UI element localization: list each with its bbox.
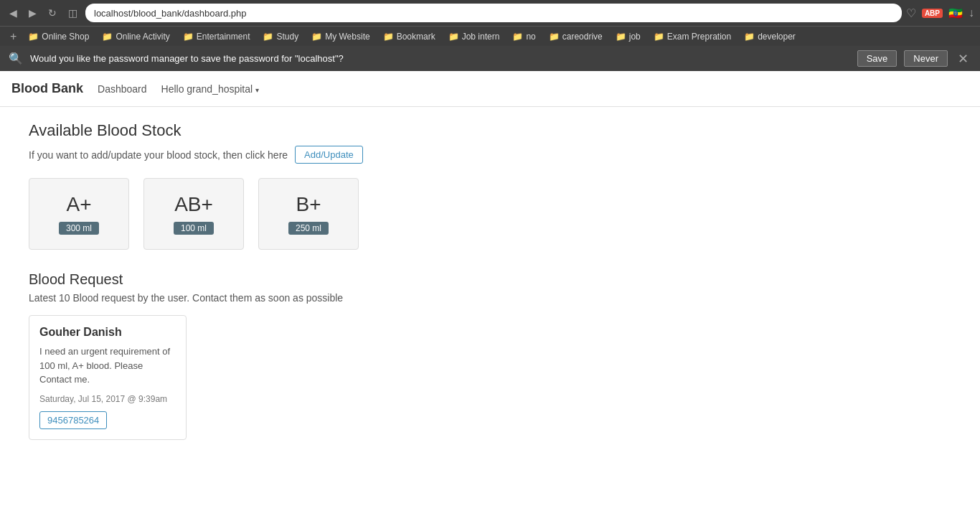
blood-card-aplus: A+ 300 ml: [29, 178, 129, 250]
bookmarks-bar: + 📁 Online Shop 📁 Online Activity 📁 Ente…: [0, 26, 980, 46]
bookmark-label: careodrive: [562, 32, 603, 42]
request-cards: Gouher Danish I need an urgent requireme…: [29, 315, 617, 440]
bookmark-study[interactable]: 📁 Study: [257, 30, 304, 43]
folder-icon: 📁: [616, 32, 626, 42]
folder-icon: 📁: [263, 32, 273, 42]
save-password-button[interactable]: Save: [857, 50, 897, 67]
password-bar: 🔍 Would you like the password manager to…: [0, 46, 980, 71]
blood-amount-label: 250 ml: [288, 222, 329, 235]
abp-badge: ABP: [922, 9, 943, 18]
forward-button[interactable]: ▶: [25, 6, 40, 20]
blood-card-abplus: AB+ 100 ml: [143, 178, 244, 250]
blood-type-label: A+: [66, 193, 91, 216]
bookmark-label: Entertainment: [197, 32, 250, 42]
bookmark-label: developer: [758, 32, 796, 42]
folder-icon: 📁: [183, 32, 194, 42]
folder-icon: 📁: [311, 32, 322, 42]
password-bar-text: Would you like the password manager to s…: [30, 53, 850, 64]
flag-icon: 🇪🇹: [948, 6, 963, 20]
requester-name: Gouher Danish: [39, 326, 176, 339]
blood-type-label: AB+: [174, 193, 213, 216]
download-icon: ↓: [969, 6, 974, 19]
close-password-bar-button[interactable]: ✕: [955, 51, 971, 67]
request-card: Gouher Danish I need an urgent requireme…: [29, 315, 187, 440]
bookmark-label: Exam Prepration: [667, 32, 731, 42]
blood-type-label: B+: [296, 193, 321, 216]
blood-amount-label: 100 ml: [174, 222, 214, 235]
navbar-dashboard-link[interactable]: Dashboard: [98, 83, 147, 95]
blood-amount-label: 300 ml: [59, 222, 99, 235]
blood-request-title: Blood Request: [29, 271, 617, 288]
blood-request-desc: Latest 10 Blood request by the user. Con…: [29, 292, 617, 304]
blood-request-section: Blood Request Latest 10 Blood request by…: [29, 271, 617, 440]
bookmark-label: My Website: [325, 32, 369, 42]
bookmark-label: Online Activity: [116, 32, 169, 42]
navbar-user-text: Hello grand_hospital: [161, 83, 253, 95]
bookmark-developer[interactable]: 📁 developer: [738, 30, 801, 43]
bookmark-label: Online Shop: [42, 32, 89, 42]
bookmark-my-website[interactable]: 📁 My Website: [306, 30, 375, 43]
blood-card-bplus: B+ 250 ml: [258, 178, 359, 250]
bookmark-label: job: [629, 32, 641, 42]
bookmark-bookmark[interactable]: 📁 Bookmark: [377, 30, 441, 43]
folder-icon: 📁: [512, 32, 523, 42]
bookmark-label: Study: [276, 32, 298, 42]
blood-stock-title: Available Blood Stock: [29, 121, 617, 140]
bookmark-label: Job intern: [462, 32, 500, 42]
navbar-brand: Blood Bank: [11, 81, 83, 96]
bookmark-online-shop[interactable]: 📁 Online Shop: [22, 30, 95, 43]
add-bookmark-button[interactable]: +: [6, 29, 21, 44]
bookmark-online-activity[interactable]: 📁 Online Activity: [96, 30, 175, 43]
navbar-user-dropdown[interactable]: Hello grand_hospital ▾: [161, 83, 260, 95]
folder-icon: 📁: [744, 32, 755, 42]
grid-button[interactable]: ◫: [65, 6, 81, 20]
browser-toolbar: ◀ ▶ ↻ ◫ ♡ ABP 🇪🇹 ↓: [0, 0, 980, 26]
caret-icon: ▾: [255, 86, 259, 94]
folder-icon: 📁: [102, 32, 113, 42]
heart-icon: ♡: [906, 6, 916, 20]
folder-icon: 📁: [448, 32, 459, 42]
blood-stock-desc-text: If you want to add/update your blood sto…: [29, 149, 288, 161]
blood-cards: A+ 300 ml AB+ 100 ml B+ 250 ml: [29, 178, 617, 250]
bookmark-entertainment[interactable]: 📁 Entertainment: [177, 30, 256, 43]
never-save-password-button[interactable]: Never: [904, 50, 948, 67]
main-content: Available Blood Stock If you want to add…: [0, 107, 646, 454]
bookmark-label: no: [526, 32, 535, 42]
add-update-button[interactable]: Add/Update: [295, 146, 363, 164]
back-button[interactable]: ◀: [6, 6, 21, 20]
blood-stock-desc: If you want to add/update your blood sto…: [29, 146, 617, 164]
request-time: Saturday, Jul 15, 2017 @ 9:39am: [39, 394, 176, 404]
folder-icon: 📁: [28, 32, 39, 42]
folder-icon: 📁: [549, 32, 560, 42]
bookmark-exam-prepration[interactable]: 📁 Exam Prepration: [648, 30, 737, 43]
browser-icons: ♡ ABP 🇪🇹 ↓: [906, 6, 974, 20]
folder-icon: 📁: [654, 32, 664, 42]
request-message: I need an urgent requirement of 100 ml, …: [39, 345, 176, 387]
bookmark-job-intern[interactable]: 📁 Job intern: [443, 30, 506, 43]
bookmark-careodrive[interactable]: 📁 careodrive: [543, 30, 608, 43]
bookmark-no[interactable]: 📁 no: [507, 30, 541, 43]
address-bar[interactable]: [85, 4, 902, 22]
reload-button[interactable]: ↻: [44, 6, 60, 20]
app-container: Blood Bank Dashboard Hello grand_hospita…: [0, 71, 980, 505]
folder-icon: 📁: [383, 32, 394, 42]
password-manager-icon: 🔍: [9, 52, 23, 65]
contact-phone-button[interactable]: 9456785264: [39, 411, 107, 429]
navbar: Blood Bank Dashboard Hello grand_hospita…: [0, 71, 980, 107]
browser-chrome: ◀ ▶ ↻ ◫ ♡ ABP 🇪🇹 ↓ + 📁 Online Shop 📁 Onl…: [0, 0, 980, 71]
bookmark-label: Bookmark: [397, 32, 435, 42]
bookmark-job[interactable]: 📁 job: [610, 30, 646, 43]
